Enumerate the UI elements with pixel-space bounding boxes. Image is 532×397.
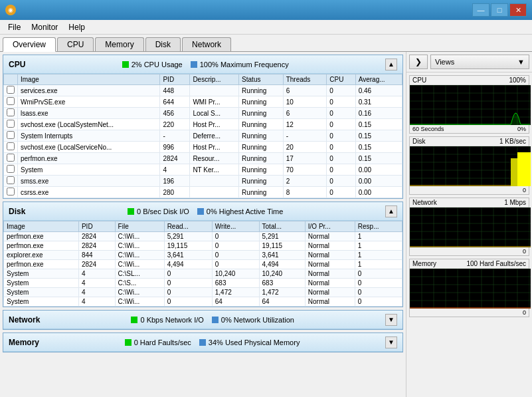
disk-col-read[interactable]: Read... xyxy=(164,221,212,232)
memory-stat-text-1: 0 Hard Faults/sec xyxy=(134,338,191,346)
cpu-stat-text-2: 100% Maximum Frequency xyxy=(200,61,289,68)
cpu-graph-footer-right: 0% xyxy=(517,126,526,132)
tab-disk[interactable]: Disk xyxy=(145,37,181,51)
tab-cpu[interactable]: CPU xyxy=(57,37,94,51)
cpu-col-cpu[interactable]: CPU xyxy=(327,74,355,85)
minimize-button[interactable]: — xyxy=(472,3,489,17)
views-label: Views xyxy=(435,58,454,66)
cpu-col-avg[interactable]: Averag... xyxy=(355,74,402,85)
network-stat-text-1: 0 Kbps Network I/O xyxy=(140,316,203,324)
disk-collapse-btn[interactable]: ▲ xyxy=(385,205,397,217)
menu-file[interactable]: File xyxy=(3,21,26,33)
disk-section-body: Image PID File Read... Write... Total...… xyxy=(3,221,402,307)
cpu-col-image[interactable]: Image xyxy=(18,74,160,85)
network-stat-dot-2 xyxy=(212,317,219,323)
cpu-section-title: CPU xyxy=(9,60,25,69)
cpu-collapse-btn[interactable]: ▲ xyxy=(385,59,397,70)
table-row[interactable]: lsass.exe 456 Local S... Running 6 0 0.1… xyxy=(4,108,402,119)
tab-memory[interactable]: Memory xyxy=(95,37,143,51)
table-row[interactable]: System 4 C:\Wi... 0 64 64 Normal 0 xyxy=(4,297,402,307)
disk-stat-text-1: 0 B/sec Disk I/O xyxy=(137,207,189,215)
maximize-button[interactable]: □ xyxy=(491,3,508,17)
disk-col-iopri[interactable]: I/O Pr... xyxy=(305,221,355,232)
table-row[interactable]: services.exe 448 Running 6 0 0.46 xyxy=(4,85,402,96)
disk-col-write[interactable]: Write... xyxy=(212,221,259,232)
cpu-graph-metric: 100% xyxy=(509,76,526,84)
cpu-col-check xyxy=(4,74,18,85)
disk-graph-title: Disk xyxy=(412,138,425,145)
table-row[interactable]: csrss.exe 280 Running 8 0 0.00 xyxy=(4,187,402,198)
menu-help[interactable]: Help xyxy=(63,21,90,33)
disk-stat-dot-2 xyxy=(197,208,204,215)
graph-section: CPU 100% 60 Seconds 0% Disk 1 KB/sec xyxy=(406,72,532,397)
disk-graph-canvas xyxy=(410,146,531,186)
tab-network[interactable]: Network xyxy=(182,37,231,51)
table-row[interactable]: WmiPrvSE.exe 644 WMI Pr... Running 10 0 … xyxy=(4,96,402,108)
memory-section-header[interactable]: Memory 0 Hard Faults/sec 34% Used Physic… xyxy=(3,333,402,352)
table-row[interactable]: perfmon.exe 2824 C:\Wi... 5,291 0 5,291 … xyxy=(4,232,402,241)
table-row[interactable]: System 4 C:\Wi... 0 1,472 1,472 Normal 0 xyxy=(4,288,402,297)
cpu-table: Image PID Descrip... Status Threads CPU … xyxy=(3,74,402,198)
cpu-col-pid[interactable]: PID xyxy=(160,74,190,85)
table-row[interactable]: perfmon.exe 2824 C:\Wi... 4,494 0 4,494 … xyxy=(4,260,402,269)
views-button[interactable]: Views ▼ xyxy=(430,55,529,69)
disk-graph-metric: 1 KB/sec xyxy=(499,138,526,145)
expand-button[interactable]: ❯ xyxy=(409,55,428,69)
cpu-graph-title: CPU xyxy=(412,76,426,84)
cpu-section-body: Image PID Descrip... Status Threads CPU … xyxy=(3,74,402,198)
cpu-section: CPU 2% CPU Usage 100% Maximum Frequency … xyxy=(3,55,403,199)
memory-stat-dot-1 xyxy=(125,339,132,346)
table-row[interactable]: explorer.exe 844 C:\Wi... 3,641 0 3,641 … xyxy=(4,251,402,260)
disk-col-file[interactable]: File xyxy=(115,221,164,232)
memory-stat-text-2: 34% Used Physical Memory xyxy=(209,338,300,346)
network-graph-metric: 1 Mbps xyxy=(504,199,526,206)
table-row[interactable]: System Interrupts - Deferre... Running -… xyxy=(4,130,402,142)
cpu-stat-text-1: 2% CPU Usage xyxy=(132,61,183,68)
disk-graph-footer-right: 0 xyxy=(523,187,526,194)
network-collapse-btn[interactable]: ▼ xyxy=(385,314,397,326)
network-graph-footer-right: 0 xyxy=(523,248,526,255)
network-section-header[interactable]: Network 0 Kbps Network I/O 0% Network Ut… xyxy=(3,311,402,329)
table-row[interactable]: System 4 NT Ker... Running 70 0 0.00 xyxy=(4,164,402,176)
table-row[interactable]: System 4 C:\SL... 0 10,240 10,240 Normal… xyxy=(4,269,402,279)
right-toolbar: ❯ Views ▼ xyxy=(406,52,532,72)
memory-graph-canvas xyxy=(410,269,531,309)
main-content: CPU 2% CPU Usage 100% Maximum Frequency … xyxy=(0,52,532,397)
close-button[interactable]: ✕ xyxy=(509,3,527,17)
table-row[interactable]: svchost.exe (LocalSystemNet... 220 Host … xyxy=(4,119,402,130)
menu-monitor[interactable]: Monitor xyxy=(26,21,63,33)
disk-col-pid[interactable]: PID xyxy=(78,221,115,232)
table-row[interactable]: perfmon.exe 2824 Resour... Running 17 0 … xyxy=(4,153,402,164)
disk-stat-text-2: 0% Highest Active Time xyxy=(207,207,284,215)
disk-table: Image PID File Read... Write... Total...… xyxy=(3,221,402,307)
cpu-col-threads[interactable]: Threads xyxy=(283,74,327,85)
disk-stat-dot-1 xyxy=(128,208,134,215)
table-row[interactable]: svchost.exe (LocalServiceNo... 996 Host … xyxy=(4,142,402,153)
network-stat-text-2: 0% Network Utilization xyxy=(221,316,294,324)
memory-collapse-btn[interactable]: ▼ xyxy=(385,336,397,348)
memory-stat-dot-2 xyxy=(199,339,206,346)
right-panel: ❯ Views ▼ CPU 100% 60 Seconds 0% xyxy=(406,52,532,397)
table-row[interactable]: System 4 C:\S... 0 683 683 Normal 0 xyxy=(4,279,402,288)
network-section: Network 0 Kbps Network I/O 0% Network Ut… xyxy=(3,310,403,330)
disk-section-title: Disk xyxy=(9,207,25,216)
cpu-col-status[interactable]: Status xyxy=(239,74,284,85)
table-row[interactable]: smss.exe 196 Running 2 0 0.00 xyxy=(4,176,402,187)
tab-overview[interactable]: Overview xyxy=(3,37,56,52)
memory-graph: Memory 100 Hard Faults/sec 0 xyxy=(409,259,529,317)
disk-section-header[interactable]: Disk 0 B/sec Disk I/O 0% Highest Active … xyxy=(3,202,402,221)
cpu-section-header[interactable]: CPU 2% CPU Usage 100% Maximum Frequency … xyxy=(3,55,402,74)
cpu-stat-dot-2 xyxy=(191,61,197,68)
disk-section: Disk 0 B/sec Disk I/O 0% Highest Active … xyxy=(3,201,403,307)
table-row[interactable]: perfmon.exe 2824 C:\Wi... 19,115 0 19,11… xyxy=(4,241,402,251)
left-panel: CPU 2% CPU Usage 100% Maximum Frequency … xyxy=(0,52,406,397)
disk-col-resp[interactable]: Resp... xyxy=(355,221,402,232)
tab-bar: Overview CPU Memory Disk Network xyxy=(0,35,532,52)
disk-col-total[interactable]: Total... xyxy=(259,221,305,232)
network-graph-title: Network xyxy=(412,199,437,206)
cpu-graph-footer-left: 60 Seconds xyxy=(412,126,444,132)
disk-col-image[interactable]: Image xyxy=(4,221,79,232)
app-icon: ◉ xyxy=(5,5,16,15)
memory-graph-title: Memory xyxy=(412,260,436,267)
cpu-col-desc[interactable]: Descrip... xyxy=(190,74,239,85)
